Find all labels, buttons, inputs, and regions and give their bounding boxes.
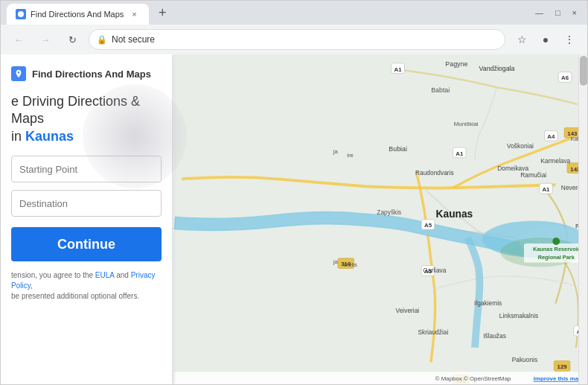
road-marker-129: 129 — [554, 360, 570, 371]
main-heading: e Driving Directions & Maps in Kaunas — [11, 93, 162, 145]
tab-favicon — [16, 9, 26, 19]
app-title-label: Find Directions And Maps — [32, 69, 151, 80]
road-marker-a4: A4 — [545, 130, 558, 141]
road-marker-a1-3: A1 — [540, 183, 553, 194]
address-text: Not secure — [112, 34, 497, 45]
active-tab[interactable]: Find Directions And Maps × — [7, 4, 149, 25]
legal-and: and — [114, 271, 130, 279]
maximize-button[interactable]: □ — [555, 8, 560, 17]
heading-line1: e Driving Directions & Maps — [11, 94, 140, 126]
legal-prefix: tension, you agree to the — [11, 271, 95, 279]
profile-button[interactable]: ● — [535, 29, 556, 50]
window-controls: — □ × — [535, 8, 581, 17]
heading-line2: in — [11, 129, 22, 144]
svg-text:129: 129 — [557, 363, 568, 370]
city-name: Kaunas — [25, 129, 74, 144]
city-ilgakiemis: Ilgakiemis — [474, 299, 502, 307]
reservoir-label: Kaunas Reservoir — [533, 246, 580, 252]
app-header: Find Directions And Maps — [11, 66, 162, 81]
improve-map-link[interactable]: Improve this map — [534, 375, 582, 382]
bookmark-button[interactable]: ☆ — [511, 29, 532, 50]
svg-text:A1: A1 — [542, 186, 550, 193]
nav-actions: ☆ ● ⋮ — [511, 29, 580, 50]
label-berelis2: ire — [347, 152, 354, 159]
city-veiveriai: Veiveriai — [396, 307, 420, 314]
city-babtai: Babtai — [431, 86, 450, 94]
continue-button[interactable]: Continue — [11, 227, 162, 261]
city-vandžiogala: Vandžiogala — [479, 65, 514, 72]
security-icon: 🔒 — [97, 35, 107, 45]
city-raudondvaris: Raudondvaris — [415, 169, 454, 176]
map-area: A1 A6 A1 A4 A5 — [172, 54, 587, 384]
minimize-button[interactable]: — — [535, 8, 543, 17]
new-tab-button[interactable]: + — [152, 2, 173, 23]
back-button[interactable]: ← — [8, 29, 29, 50]
city-voskoniai: Voškoniai — [507, 142, 534, 150]
reservoir-label2: Regional Park — [538, 254, 575, 261]
road-marker-a5-1: A5 — [421, 220, 435, 230]
city-kaunas-label: Kaunas — [436, 209, 473, 220]
city-ramuciai: Ramučiai — [520, 171, 546, 179]
svg-text:A1: A1 — [456, 150, 464, 157]
attribution-text: © Mapbox © OpenStreetMap — [435, 375, 511, 382]
road-marker-a6: A6 — [558, 72, 572, 83]
scrollbar-thumb[interactable] — [580, 56, 587, 86]
title-bar: Find Directions And Maps × + — □ × — [1, 1, 587, 25]
tab-close-button[interactable]: × — [128, 8, 140, 20]
scrollbar[interactable] — [578, 54, 587, 384]
menu-button[interactable]: ⋮ — [559, 29, 580, 50]
label-berelis: ėrelis — [343, 261, 357, 268]
city-skriaudziai: Skriaudžiai — [418, 328, 448, 336]
svg-text:A4: A4 — [547, 133, 555, 140]
map-svg: A1 A6 A1 A4 A5 — [172, 54, 587, 384]
nav-bar: ← → ↻ 🔒 Not secure ☆ ● ⋮ — [1, 25, 587, 54]
city-garliava: Garliava — [423, 267, 446, 274]
address-bar[interactable]: 🔒 Not secure — [89, 29, 505, 50]
tab-strip: Find Directions And Maps × + — [7, 1, 173, 25]
content-area: Find Directions And Maps e Driving Direc… — [1, 54, 587, 384]
road-marker-a1-1: A1 — [392, 63, 405, 74]
eula-link[interactable]: EULA — [95, 271, 115, 279]
left-panel: Find Directions And Maps e Driving Direc… — [1, 54, 172, 384]
app-favicon — [11, 66, 26, 81]
city-pakuonis: Pakuonis — [512, 356, 537, 363]
legal-text: tension, you agree to the EULA and Priva… — [11, 270, 162, 302]
starting-point-input[interactable] — [11, 156, 162, 182]
attribution-bar — [174, 372, 584, 384]
svg-point-0 — [18, 11, 24, 17]
city-zapyskis: Zapyškis — [377, 209, 401, 216]
label-ja: ja — [333, 258, 339, 265]
label-ja2: ja — [333, 148, 339, 155]
city-domeikava: Domeikava — [497, 165, 528, 172]
svg-text:A1: A1 — [394, 66, 403, 73]
svg-text:A6: A6 — [561, 74, 569, 81]
legal-end: ,be presented additional optional offers… — [11, 281, 139, 300]
forward-button[interactable]: → — [35, 29, 56, 50]
city-muniskiai: Muniškiai — [454, 121, 479, 127]
svg-text:A5: A5 — [424, 222, 432, 229]
browser-window: Find Directions And Maps × + — □ × ← → ↻… — [0, 0, 588, 385]
refresh-button[interactable]: ↻ — [62, 29, 83, 50]
close-button[interactable]: × — [572, 8, 577, 17]
destination-input[interactable] — [11, 190, 162, 217]
city-bubiai: Bubiai — [389, 145, 407, 153]
city-islauzas: Išlaužas — [483, 332, 506, 340]
road-marker-a1-2: A1 — [453, 147, 466, 158]
tab-title: Find Directions And Maps — [31, 10, 124, 19]
city-linksmakalnis: Linksmakalnis — [499, 312, 539, 319]
city-pagyne: Pagyne — [445, 60, 467, 68]
city-karmelava: Karmelava — [540, 157, 570, 165]
